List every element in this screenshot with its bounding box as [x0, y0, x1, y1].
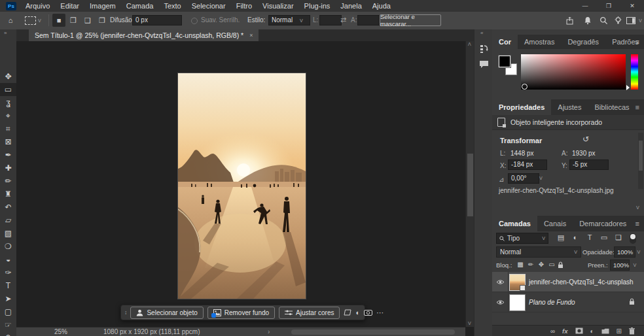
type-tool[interactable]: T	[0, 279, 16, 292]
color-cursor[interactable]	[522, 84, 528, 90]
section-chevron-icon[interactable]: ᐯ	[636, 205, 639, 210]
hue-slider-arrow[interactable]	[626, 85, 630, 90]
frame-tool[interactable]: ⊠	[0, 135, 16, 148]
zoom-level[interactable]: 25%	[54, 328, 67, 335]
new-layer-icon[interactable]: ⊞	[617, 328, 622, 335]
selection-mode-new[interactable]: ■	[52, 14, 65, 27]
layer-name[interactable]: jennifer-chen-QvtzqTsI_4c-unsplash	[529, 278, 634, 286]
menu-texto[interactable]: Texto	[158, 0, 186, 12]
remove-background-button[interactable]: Remover fundo	[207, 307, 275, 319]
rectangular-marquee-tool[interactable]: ▭	[0, 83, 16, 96]
comments-panel-icon[interactable]	[479, 60, 489, 70]
blend-mode-select[interactable]: Normal ᐯ	[496, 246, 581, 258]
menu-ajuda[interactable]: Ajuda	[367, 0, 396, 12]
lasso-tool[interactable]: ʓ	[0, 96, 16, 109]
status-flyout-icon[interactable]: ›	[268, 328, 270, 335]
fill-chevron-icon[interactable]: ᐯ	[631, 260, 639, 271]
swap-dimensions-icon[interactable]: ⇄	[340, 16, 346, 24]
bell-icon[interactable]	[582, 15, 593, 25]
style-select[interactable]: Normal	[268, 15, 310, 25]
style-chevron-icon[interactable]: ᐯ	[300, 18, 303, 24]
panel-menu-icon[interactable]: ≡	[635, 220, 639, 227]
selection-mode-add[interactable]: ❒	[67, 14, 80, 27]
select-and-mask-button[interactable]: Selecionar e mascarar...	[380, 14, 441, 26]
new-adjustment-layer-icon[interactable]: ◐	[590, 328, 594, 335]
menu-editar[interactable]: Editar	[55, 0, 84, 12]
menu-selecionar[interactable]: Selecionar	[187, 0, 231, 12]
restore-button[interactable]: ❐	[597, 0, 620, 12]
adjustment-icon[interactable]: ◐	[355, 307, 360, 318]
pen-tool[interactable]: ✑	[0, 266, 16, 279]
history-panel-icon[interactable]	[479, 44, 489, 54]
panel-menu-icon[interactable]: ≡	[635, 103, 639, 111]
select-object-button[interactable]: Selecionar objeto	[130, 307, 203, 319]
menu-imagem[interactable]: Imagem	[84, 0, 121, 12]
filter-toggle[interactable]	[630, 233, 636, 244]
canvas-photo[interactable]	[178, 73, 306, 299]
angle-chevron-icon[interactable]: ᐯ	[539, 176, 543, 181]
crop-tool[interactable]: ⌗	[0, 122, 16, 135]
vertical-scrollbar[interactable]: ᐱ ᐯ	[465, 41, 474, 327]
foreground-color-swatch[interactable]	[499, 56, 510, 67]
scroll-down-icon[interactable]: ᐯ	[468, 321, 471, 326]
tab-camadas[interactable]: Camadas	[492, 216, 537, 231]
layer-thumbnail[interactable]	[509, 274, 526, 291]
zoom-tool[interactable]: ⚲	[0, 331, 16, 336]
document-tab[interactable]: Sem Título-1 @ 25% (jennifer-chen-QvtzqT…	[29, 29, 259, 41]
menu-camada[interactable]: Camada	[121, 0, 159, 12]
lock-position-icon[interactable]: ✥	[537, 261, 546, 268]
opacity-chevron-icon[interactable]: ᐯ	[635, 246, 643, 258]
spot-healing-brush-tool[interactable]: ✚	[0, 161, 16, 175]
eyedropper-tool[interactable]: ✒	[0, 148, 16, 161]
eraser-tool[interactable]: ▱	[0, 214, 16, 227]
tab-amostras[interactable]: Amostras	[518, 35, 561, 49]
tool-preset-chevron-icon[interactable]: ᐯ	[38, 18, 41, 24]
vertical-scrollbar-thumb[interactable]	[467, 154, 473, 216]
add-mask-icon[interactable]	[575, 328, 583, 334]
lock-transparency-icon[interactable]: ▩	[516, 261, 525, 268]
width-input[interactable]	[319, 15, 342, 25]
fill-input[interactable]: 100%	[610, 260, 630, 271]
lock-paint-icon[interactable]: ✏	[526, 261, 535, 268]
tab-propriedades[interactable]: Propriedades	[492, 99, 551, 115]
menu-visualizar[interactable]: Visualizar	[257, 0, 299, 12]
workspace-chevron-icon[interactable]: ᐯ	[639, 18, 642, 24]
panel-menu-icon[interactable]: ≡	[635, 38, 639, 46]
layer-name[interactable]: Plano de Fundo	[529, 299, 575, 306]
hue-strip[interactable]	[631, 54, 638, 90]
gradient-tool[interactable]: ▧	[0, 227, 16, 240]
horizontal-scrollbar-thumb[interactable]	[291, 329, 455, 335]
new-group-icon[interactable]	[601, 328, 609, 334]
filter-shape-icon[interactable]: ▭	[598, 233, 610, 242]
filter-adjustment-icon[interactable]: ◐	[569, 233, 581, 241]
brush-tool[interactable]: ✏	[0, 175, 16, 188]
menu-janela[interactable]: Janela	[335, 0, 367, 12]
layer-row-background[interactable]: Plano de Fundo	[492, 292, 644, 312]
filter-smart-object-icon[interactable]: ❏	[613, 233, 624, 242]
minimize-button[interactable]: —	[573, 0, 597, 12]
menu-arquivo[interactable]: Arquivo	[20, 0, 55, 12]
saturation-brightness-field[interactable]	[521, 54, 626, 90]
more-options-icon[interactable]: ⋯	[376, 307, 384, 318]
camera-settings-icon[interactable]	[364, 307, 372, 318]
layer-filter-select[interactable]: Tipo ᐯ	[496, 233, 548, 244]
layer-style-icon[interactable]: fx	[562, 328, 567, 335]
x-input[interactable]: -184 px	[508, 160, 547, 170]
search-icon[interactable]	[598, 15, 609, 25]
dodge-tool[interactable]: ◒	[0, 253, 16, 266]
selection-mode-intersect[interactable]: ❐	[96, 14, 109, 27]
layer-row-smart-object[interactable]: jennifer-chen-QvtzqTsI_4c-unsplash	[492, 272, 644, 292]
share-icon[interactable]	[564, 15, 575, 25]
filter-type-icon[interactable]: T	[584, 233, 596, 241]
adjust-colors-button[interactable]: Ajustar cores	[279, 307, 340, 319]
delete-layer-icon[interactable]	[629, 328, 635, 335]
scroll-up-icon[interactable]: ᐱ	[468, 42, 471, 47]
move-tool[interactable]: ✥	[0, 70, 16, 83]
tab-canais[interactable]: Canais	[537, 216, 573, 231]
canvas-area[interactable]	[16, 41, 465, 327]
tab-cor[interactable]: Cor	[492, 35, 518, 49]
feather-input[interactable]: 0 px	[132, 15, 182, 25]
object-selection-tool[interactable]: ⌖	[0, 109, 16, 122]
reset-transform-icon[interactable]: ↺	[582, 135, 589, 144]
antialias-checkbox[interactable]	[191, 18, 198, 24]
